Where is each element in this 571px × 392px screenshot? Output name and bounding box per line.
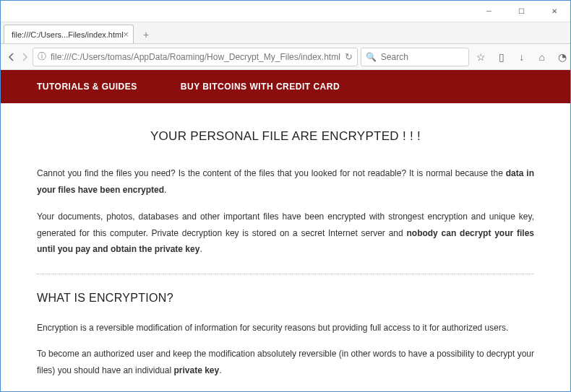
browser-window: ─ ☐ ✕ file:///C:/Users...Files/index.htm… [0, 0, 571, 392]
text-bold: private key [173, 365, 219, 375]
toolbar-actions: ☆ ▯ ↓ ⌂ ◔ ⌄ ☰ [472, 48, 571, 66]
back-icon [7, 52, 17, 62]
info-icon[interactable]: ⓘ [38, 51, 46, 63]
text: . [219, 365, 221, 375]
bookmark-icon[interactable]: ☆ [472, 48, 491, 66]
text: . [164, 185, 166, 195]
nav-tutorials[interactable]: TUTORIALS & GUIDES [37, 82, 137, 92]
address-bar[interactable]: ⓘ file:///C:/Users/tomas/AppData/Roaming… [33, 48, 358, 66]
new-tab-button[interactable]: + [137, 26, 155, 43]
minimize-button[interactable]: ─ [473, 1, 505, 22]
sync-icon[interactable]: ◔ [553, 48, 571, 66]
paragraph-1: Cannot you find the files you need? Is t… [37, 165, 534, 199]
close-button[interactable]: ✕ [538, 1, 570, 22]
search-icon: 🔍 [366, 52, 377, 62]
divider [37, 274, 534, 274]
window-controls: ─ ☐ ✕ [473, 1, 570, 22]
url-text: file:///C:/Users/tomas/AppData/Roaming/H… [51, 52, 340, 62]
page-title: YOUR PERSONAL FILE ARE ENCRYPTED ! ! ! [37, 125, 534, 148]
reload-icon[interactable]: ↻ [345, 51, 353, 62]
browser-tab[interactable]: file:///C:/Users...Files/index.html × [4, 25, 134, 43]
downloads-icon[interactable]: ↓ [512, 48, 531, 66]
paragraph-3: Encryption is a reversible modification … [37, 320, 534, 336]
nav-buy-bitcoins[interactable]: BUY BITCOINS WITH CREDIT CARD [181, 82, 340, 92]
tab-close-icon[interactable]: × [123, 29, 129, 40]
window-titlebar: ─ ☐ ✕ [1, 1, 570, 22]
forward-button[interactable] [20, 48, 30, 66]
sidebar-icon[interactable]: ▯ [492, 48, 511, 66]
page-body: YOUR PERSONAL FILE ARE ENCRYPTED ! ! ! C… [1, 103, 570, 391]
page-content[interactable]: TUTORIALS & GUIDES BUY BITCOINS WITH CRE… [1, 70, 570, 391]
paragraph-2: Your documents, photos, databases and ot… [37, 209, 534, 258]
text: Cannot you find the files you need? Is t… [37, 168, 506, 178]
browser-toolbar: ⓘ file:///C:/Users/tomas/AppData/Roaming… [1, 44, 570, 70]
text: To become an authorized user and keep th… [37, 349, 534, 375]
tab-bar: file:///C:/Users...Files/index.html × + [1, 22, 570, 44]
paragraph-4: To become an authorized user and keep th… [37, 346, 534, 379]
back-button[interactable] [7, 48, 17, 66]
text: . [199, 244, 202, 254]
page-navigation: TUTORIALS & GUIDES BUY BITCOINS WITH CRE… [1, 70, 570, 103]
forward-icon [20, 52, 30, 62]
heading-encryption: WHAT IS ENCRYPTION? [37, 287, 534, 309]
home-icon[interactable]: ⌂ [533, 48, 551, 66]
tab-title: file:///C:/Users...Files/index.html [12, 30, 124, 39]
maximize-button[interactable]: ☐ [505, 1, 538, 22]
search-bar[interactable]: 🔍 [361, 48, 469, 66]
